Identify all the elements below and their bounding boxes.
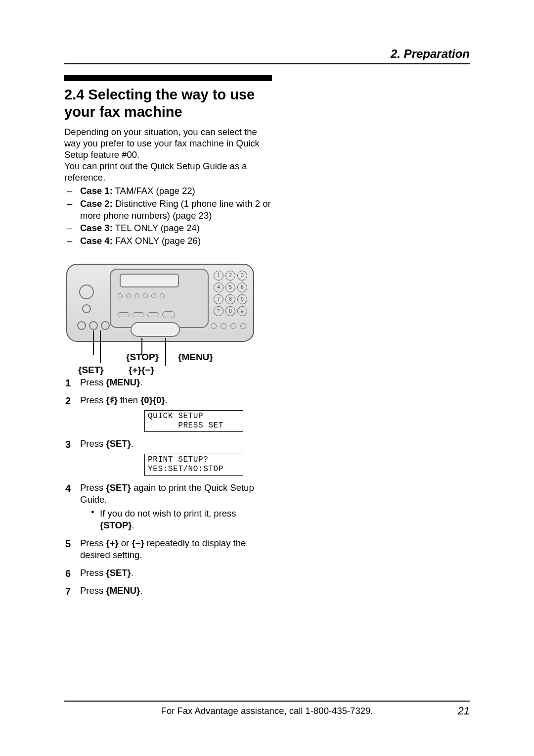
case-item-2: –Case 2: Distinctive Ring (1 phone line … [64,198,272,221]
section-bar [64,75,272,81]
device-bottom-left-circles [77,321,110,330]
device-four-dots [211,323,246,329]
intro-paragraph-2: You can print out the Quick Setup Guide … [64,160,272,183]
keypad-7: 7 [214,294,223,304]
step-4-sub-item: If you do not wish to print it, press {S… [91,508,272,531]
intro-paragraph-1: Depending on your situation, you can sel… [64,126,272,160]
chapter-header: 2. Preparation [391,47,470,61]
page-number: 21 [458,705,470,717]
lcd-display-2: PRINT SETUP? YES:SET/NO:STOP [144,454,243,475]
step-1: 1 Press {MENU}. [64,377,272,388]
device-panel [110,269,209,328]
keypad-4: 4 [214,283,223,292]
step-4-sub: If you do not wish to print it, press {S… [80,508,272,531]
device-big-oval [131,322,180,337]
step-2: 2 Press {♯} then {0}{0}. QUICK SETUP PRE… [64,394,272,432]
keypad-1: 1 [214,271,223,281]
section-title: 2.4 Selecting the way to use your fax ma… [64,86,272,121]
callout-stop: {STOP} [126,352,159,363]
keypad-5: 5 [225,283,235,292]
steps-list: 1 Press {MENU}. 2 Press {♯} then {0}{0}.… [64,377,272,597]
callout-menu: {MENU} [178,352,213,363]
step-6: 6 Press {SET}. [64,567,272,579]
callout-line-plusminus [100,331,101,363]
intro-text: Depending on your situation, you can sel… [64,126,272,184]
step-7: 7 Press {MENU}. [64,585,272,597]
case-item-1: –Case 1: TAM/FAX (page 22) [64,185,272,197]
content-column: 2.4 Selecting the way to use your fax ma… [64,75,272,603]
footer-rule [64,701,470,702]
callout-set: {SET} [78,365,104,376]
step-4: 4 Press {SET} again to print the Quick S… [64,482,272,531]
device-pill-row [118,311,175,318]
device-lcd [120,274,179,287]
device-speaker [79,284,94,299]
keypad-hash: # [237,306,247,316]
keypad-6: 6 [237,283,247,292]
keypad-2: 2 [225,271,235,281]
footer-text: For Fax Advantage assistance, call 1-800… [0,706,534,716]
keypad-star: * [214,306,223,316]
device-small-speaker [82,304,91,313]
keypad-3: 3 [237,271,247,281]
page: 2. Preparation 2.4 Selecting the way to … [0,0,534,756]
callout-line-set [93,331,94,355]
callout-plus-minus: {+}{−} [129,365,154,376]
lcd-display-1: QUICK SETUP PRESS SET [144,410,243,432]
keypad-9: 9 [237,294,247,304]
header-rule [64,63,470,64]
device-small-buttons [118,293,165,298]
keypad-8: 8 [225,294,235,304]
case-item-3: –Case 3: TEL ONLY (page 24) [64,222,272,234]
keypad-0: 0 [225,306,235,316]
case-list: –Case 1: TAM/FAX (page 22) –Case 2: Dist… [64,185,272,246]
device-keypad: 1 2 3 4 5 6 7 8 9 * 0 # [214,271,247,316]
callout-line-menu [165,338,166,366]
step-5: 5 Press {+} or {−} repeatedly to display… [64,537,272,561]
step-3: 3 Press {SET}. PRINT SETUP? YES:SET/NO:S… [64,438,272,475]
device-illustration: 1 2 3 4 5 6 7 8 9 * 0 # [64,264,256,368]
case-item-4: –Case 4: FAX ONLY (page 26) [64,235,272,247]
